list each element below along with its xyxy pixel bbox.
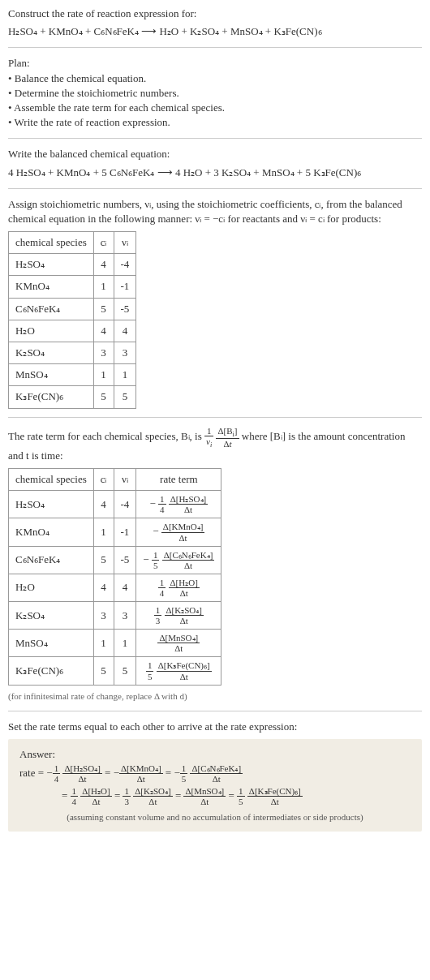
divider <box>8 711 422 711</box>
rate-line-1: rate = −14 Δ[H₂SO₄]Δt = −Δ[KMnO₄]Δt = −1… <box>19 763 411 784</box>
table-cell: 1 <box>114 630 136 657</box>
rateterm-formula: 1νi Δ[Bi]Δt <box>204 430 242 442</box>
final-title: Set the rate terms equal to each other t… <box>8 720 422 734</box>
table-row: C₆N₆FeK₄5-5− 15 Δ[C₆N₆FeK₄]Δt <box>9 546 221 574</box>
divider <box>8 138 422 139</box>
plan-item: Write the rate of reaction expression. <box>8 115 422 130</box>
table-row: KMnO₄1-1 <box>9 276 136 298</box>
prompt-equation: H₂SO₄ + KMnO₄ + C₆N₆FeK₄ ⟶ H₂O + K₂SO₄ +… <box>8 24 422 39</box>
table-cell: 4 <box>93 491 114 518</box>
table-cell: 3 <box>114 602 136 630</box>
table-cell: 13 Δ[K₂SO₄]Δt <box>136 602 221 630</box>
table-cell: 15 Δ[K₃Fe(CN)₆]Δt <box>136 657 221 685</box>
table-cell: 4 <box>114 320 136 342</box>
table-cell: 4 <box>93 254 114 276</box>
table-cell: 5 <box>93 298 114 320</box>
balanced-section: Write the balanced chemical equation: 4 … <box>8 147 422 179</box>
balanced-title: Write the balanced chemical equation: <box>8 147 422 161</box>
table-row: K₃Fe(CN)₆5515 Δ[K₃Fe(CN)₆]Δt <box>9 657 221 685</box>
balanced-equation: 4 H₂SO₄ + KMnO₄ + 5 C₆N₆FeK₄ ⟶ 4 H₂O + 3… <box>8 165 422 180</box>
table-cell: -1 <box>114 518 136 546</box>
table-cell: − 14 Δ[H₂SO₄]Δt <box>136 491 221 518</box>
table-row: KMnO₄1-1− Δ[KMnO₄]Δt <box>9 518 221 546</box>
table-cell: 4 <box>114 574 136 601</box>
table-cell: H₂SO₄ <box>9 491 94 518</box>
rate-line-2: = 14 Δ[H₂O]Δt = 13 Δ[K₂SO₄]Δt = Δ[MnSO₄]… <box>62 786 411 806</box>
table-cell: K₂SO₄ <box>9 602 94 630</box>
table-row: H₂SO₄4-4 <box>9 254 136 276</box>
table-header: νᵢ <box>114 232 136 254</box>
table-cell: H₂O <box>9 320 94 342</box>
table-row: H₂O44 <box>9 320 136 342</box>
table-cell: C₆N₆FeK₄ <box>9 298 94 320</box>
table-row: K₂SO₄33 <box>9 342 136 364</box>
table-cell: -4 <box>114 254 136 276</box>
divider <box>8 188 422 189</box>
table-cell: MnSO₄ <box>9 364 94 386</box>
prompt-section: Construct the rate of reaction expressio… <box>8 6 422 39</box>
table-header: chemical species <box>9 469 94 491</box>
rateterm-note: (for infinitesimal rate of change, repla… <box>8 690 422 703</box>
table-cell: 14 Δ[H₂O]Δt <box>136 574 221 601</box>
table-cell: 1 <box>93 364 114 386</box>
table-cell: 1 <box>93 276 114 298</box>
plan-title: Plan: <box>8 56 422 71</box>
table-cell: 5 <box>93 386 114 408</box>
rateterm-table: chemical speciescᵢνᵢrate termH₂SO₄4-4− 1… <box>8 468 221 686</box>
table-cell: 1 <box>114 364 136 386</box>
table-cell: -5 <box>114 546 136 574</box>
table-cell: KMnO₄ <box>9 518 94 546</box>
table-cell: 3 <box>93 342 114 364</box>
plan-item: Determine the stoichiometric numbers. <box>8 86 422 101</box>
rateterm-section: The rate term for each chemical species,… <box>8 426 422 703</box>
table-header: νᵢ <box>114 469 136 491</box>
table-row: K₃Fe(CN)₆55 <box>9 386 136 408</box>
table-header: cᵢ <box>93 469 114 491</box>
plan-item: Balance the chemical equation. <box>8 71 422 86</box>
answer-box: Answer: rate = −14 Δ[H₂SO₄]Δt = −Δ[KMnO₄… <box>8 739 422 832</box>
stoich-table: chemical speciescᵢνᵢH₂SO₄4-4KMnO₄1-1C₆N₆… <box>8 231 136 409</box>
table-cell: 4 <box>93 574 114 601</box>
table-row: H₂O4414 Δ[H₂O]Δt <box>9 574 221 601</box>
table-cell: − 15 Δ[C₆N₆FeK₄]Δt <box>136 546 221 574</box>
table-cell: -4 <box>114 491 136 518</box>
table-header: chemical species <box>9 232 94 254</box>
table-row: MnSO₄11Δ[MnSO₄]Δt <box>9 630 221 657</box>
table-cell: K₂SO₄ <box>9 342 94 364</box>
table-cell: 3 <box>114 342 136 364</box>
table-cell: 5 <box>114 657 136 685</box>
assign-section: Assign stoichiometric numbers, νᵢ, using… <box>8 197 422 409</box>
table-row: C₆N₆FeK₄5-5 <box>9 298 136 320</box>
table-cell: 1 <box>93 630 114 657</box>
rateterm-text-pre: The rate term for each chemical species,… <box>8 430 204 442</box>
table-cell: H₂O <box>9 574 94 601</box>
table-cell: -5 <box>114 298 136 320</box>
table-header: rate term <box>136 469 221 491</box>
table-cell: K₃Fe(CN)₆ <box>9 386 94 408</box>
table-cell: C₆N₆FeK₄ <box>9 546 94 574</box>
table-cell: 5 <box>114 386 136 408</box>
table-cell: Δ[MnSO₄]Δt <box>136 630 221 657</box>
table-header: cᵢ <box>93 232 114 254</box>
plan-section: Plan: Balance the chemical equation.Dete… <box>8 56 422 130</box>
table-cell: KMnO₄ <box>9 276 94 298</box>
divider <box>8 47 422 48</box>
table-row: H₂SO₄4-4− 14 Δ[H₂SO₄]Δt <box>9 491 221 518</box>
table-cell: K₃Fe(CN)₆ <box>9 657 94 685</box>
prompt-intro: Construct the rate of reaction expressio… <box>8 6 422 21</box>
table-row: K₂SO₄3313 Δ[K₂SO₄]Δt <box>9 602 221 630</box>
plan-item: Assemble the rate term for each chemical… <box>8 101 422 115</box>
table-row: MnSO₄11 <box>9 364 136 386</box>
table-cell: 3 <box>93 602 114 630</box>
table-cell: H₂SO₄ <box>9 254 94 276</box>
assign-text: Assign stoichiometric numbers, νᵢ, using… <box>8 197 422 226</box>
table-cell: 4 <box>93 320 114 342</box>
table-cell: − Δ[KMnO₄]Δt <box>136 518 221 546</box>
final-section: Set the rate terms equal to each other t… <box>8 720 422 832</box>
table-cell: 5 <box>93 546 114 574</box>
answer-label: Answer: <box>19 747 411 762</box>
answer-note: (assuming constant volume and no accumul… <box>19 811 411 823</box>
table-cell: -1 <box>114 276 136 298</box>
table-cell: 1 <box>93 518 114 546</box>
table-cell: MnSO₄ <box>9 630 94 657</box>
